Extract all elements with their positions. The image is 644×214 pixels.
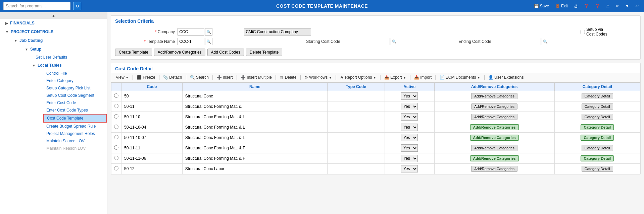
- template-input[interactable]: [178, 38, 204, 45]
- code-col-label: Code: [147, 84, 157, 89]
- delete-button[interactable]: 🗑 Delete: [278, 74, 299, 81]
- edit-button[interactable]: ✏: [614, 3, 621, 9]
- row-radio[interactable]: [114, 114, 118, 119]
- sidebar-item-enter-category[interactable]: Enter Category: [43, 77, 107, 84]
- starting-code-search-button[interactable]: 🔍: [391, 38, 398, 45]
- category-detail-button[interactable]: Category Detail: [582, 145, 613, 151]
- dropdown-button[interactable]: ▼: [623, 3, 631, 9]
- sidebar-scroll-up[interactable]: ▲: [0, 12, 107, 19]
- exit-button[interactable]: 🚪 Exit: [553, 3, 570, 9]
- sidebar-item-financials[interactable]: ▶ FINANCIALS: [0, 19, 107, 27]
- help-button-1[interactable]: ❓: [582, 3, 591, 9]
- row-radio[interactable]: [114, 93, 118, 98]
- category-detail-button[interactable]: Category Detail: [581, 135, 614, 141]
- insert-multiple-button[interactable]: ➕ Insert Multiple: [239, 74, 274, 81]
- add-remove-button[interactable]: Add/Remove Categories: [471, 93, 517, 99]
- sidebar-item-enter-cost-code[interactable]: Enter Cost Code: [43, 99, 107, 106]
- sidebar-item-job-costing[interactable]: ▼ Job Costing: [11, 36, 107, 45]
- add-remove-cell: Add/Remove Categories: [434, 101, 554, 112]
- row-select-cell: [111, 153, 121, 164]
- sidebar-item-setup-category-pick-list[interactable]: Setup Category Pick List: [43, 84, 107, 92]
- sidebar-item-maintain-source-lov[interactable]: Maintain Source LOV: [43, 137, 107, 145]
- search-input[interactable]: [3, 2, 70, 10]
- active-select[interactable]: YesNo: [401, 134, 418, 141]
- setup-via-checkbox[interactable]: [581, 30, 585, 34]
- row-select-cell: [111, 164, 121, 174]
- template-search-button[interactable]: 🔍: [205, 38, 212, 45]
- category-detail-button[interactable]: Category Detail: [581, 155, 614, 161]
- sidebar-item-setup-cost-code-segment[interactable]: Setup Cost Code Segment: [43, 92, 107, 99]
- help-button-2[interactable]: ❓: [593, 3, 602, 9]
- category-detail-button[interactable]: Category Detail: [582, 166, 613, 172]
- sidebar-item-cost-code-template[interactable]: Cost Code Template: [43, 114, 107, 123]
- detach-button[interactable]: 📎 Detach: [161, 74, 184, 81]
- add-remove-button[interactable]: Add/Remove Categories: [471, 103, 517, 110]
- freeze-button[interactable]: ⬛ Freeze: [135, 74, 157, 81]
- sidebar-item-local-tables[interactable]: ▼ Local Tables: [32, 61, 107, 70]
- sidebar-item-set-user-defaults[interactable]: Set User Defaults: [32, 54, 107, 61]
- category-detail-button[interactable]: Category Detail: [581, 124, 614, 130]
- view-button[interactable]: View ▼: [114, 74, 131, 81]
- workflows-button[interactable]: ⚙ Workflows ▼: [302, 74, 334, 81]
- row-radio[interactable]: [114, 166, 118, 170]
- sidebar-item-maintain-reason-lov[interactable]: Maintain Reason LOV: [43, 145, 107, 152]
- add-remove-button[interactable]: Add/Remove Categories: [470, 155, 519, 161]
- table-row: 50-11Structural Conc Forming Mat. &YesNo…: [111, 101, 640, 112]
- active-select[interactable]: YesNo: [401, 144, 418, 152]
- category-detail-button[interactable]: Category Detail: [582, 93, 613, 99]
- active-select[interactable]: YesNo: [401, 92, 418, 100]
- search-button[interactable]: 🔍 Search: [188, 74, 211, 81]
- active-select[interactable]: YesNo: [401, 113, 418, 121]
- detail-toolbar: View ▼ | ⬛ Freeze | 📎 Detach | 🔍 Search: [111, 73, 640, 82]
- sep12: |: [484, 75, 485, 80]
- save-button[interactable]: 💾 Save: [532, 3, 551, 9]
- delete-template-button[interactable]: Delete Template: [246, 49, 283, 56]
- add-cost-codes-button[interactable]: Add Cost Codes: [207, 49, 244, 56]
- ending-cost-code-input[interactable]: [494, 38, 541, 45]
- company-search-button[interactable]: 🔍: [205, 28, 212, 35]
- import-button[interactable]: 📥 Import: [412, 74, 434, 81]
- alert-button[interactable]: ⚠: [604, 3, 612, 9]
- create-template-button[interactable]: Create Template: [115, 49, 152, 56]
- add-remove-button[interactable]: Add/Remove Categories: [471, 166, 517, 172]
- active-select[interactable]: YesNo: [401, 124, 418, 131]
- sidebar-item-project-management-roles[interactable]: Project Management Roles: [43, 130, 107, 137]
- row-radio[interactable]: [114, 104, 118, 108]
- col-code[interactable]: Code: [121, 83, 183, 91]
- row-radio[interactable]: [114, 135, 118, 139]
- sidebar-item-setup[interactable]: ▼ Setup: [21, 45, 107, 54]
- add-remove-button[interactable]: Add/Remove Categories: [470, 124, 519, 130]
- active-select[interactable]: YesNo: [401, 155, 418, 162]
- row-radio[interactable]: [114, 125, 118, 129]
- add-remove-button[interactable]: Add/Remove Categories: [471, 114, 517, 120]
- add-remove-button[interactable]: Add/Remove Categories: [470, 135, 519, 141]
- search-refresh-button[interactable]: ↻: [73, 2, 81, 10]
- import-label: Import: [420, 75, 432, 80]
- starting-cost-code-input[interactable]: [343, 38, 390, 45]
- undo-button[interactable]: ↩: [633, 3, 641, 9]
- sidebar-item-enter-cost-code-types[interactable]: Enter Cost Code Types: [43, 106, 107, 114]
- ecm-documents-button[interactable]: 📄 ECM Documents ▼: [438, 74, 483, 81]
- report-options-button[interactable]: 🖨 Report Options ▼: [338, 74, 379, 81]
- sep8: |: [335, 75, 337, 80]
- export-button[interactable]: 📤 Export ▼: [382, 74, 408, 81]
- add-remove-categories-button[interactable]: Add/Remove Categories: [154, 49, 205, 56]
- category-detail-button[interactable]: Category Detail: [582, 114, 613, 120]
- insert-button[interactable]: ➕ Insert: [215, 74, 235, 81]
- company-input[interactable]: [178, 28, 204, 35]
- sidebar-item-control-file[interactable]: Control File: [43, 70, 107, 77]
- sidebar-item-project-controls[interactable]: ▼ PROJECT CONTROLS: [0, 27, 107, 36]
- print-button[interactable]: 🖨: [572, 3, 580, 9]
- active-select[interactable]: YesNo: [401, 165, 418, 172]
- cost-code-table: Code Name Type Code Active Add/Remove Ca…: [111, 82, 640, 174]
- sidebar-item-create-budget-spread-rule[interactable]: Create Budget Spread Rule: [43, 123, 107, 130]
- category-detail-button[interactable]: Category Detail: [582, 103, 613, 110]
- row-radio[interactable]: [114, 156, 118, 160]
- ending-code-search-button[interactable]: 🔍: [542, 38, 549, 45]
- category-detail-cell: Category Detail: [554, 122, 640, 133]
- add-remove-button[interactable]: Add/Remove Categories: [471, 145, 517, 151]
- user-extensions-button[interactable]: 👤 User Extensions: [486, 74, 526, 81]
- row-radio[interactable]: [114, 145, 118, 150]
- active-select[interactable]: YesNo: [401, 103, 418, 110]
- triangle-icon-pc: ▼: [5, 30, 9, 34]
